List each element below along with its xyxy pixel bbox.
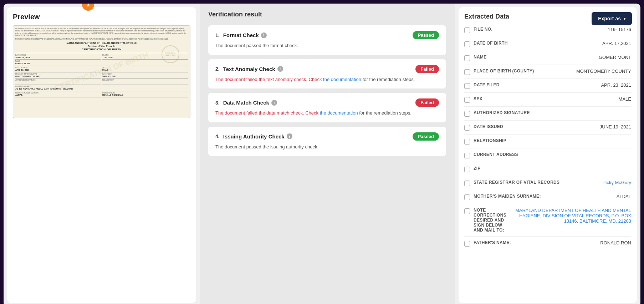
doc-dept: MARYLAND DEPARTMENT OF HEALTH AND MENTAL… [15, 42, 188, 45]
table-row: RELATIONSHIP [464, 135, 631, 148]
table-row: SEX MALE [464, 93, 631, 107]
check-badge-1: Passed [413, 31, 439, 39]
row-label-12: MOTHER'S MAIDEN SURNAME: [474, 194, 574, 199]
row-value-14: RONALD RON [578, 240, 631, 245]
doc-field-dob: DATE OF BIRTH APR. 17, 2021 [15, 67, 101, 72]
check-number-4: 4. [215, 133, 220, 139]
check-label-1: Format Check [223, 32, 259, 38]
doc-field-authsig: AUTHORIZED SIGNATURE [15, 79, 101, 85]
row-checkbox-7[interactable] [464, 125, 470, 131]
row-checkbox-10[interactable] [464, 167, 470, 172]
preview-title: Preview [13, 13, 190, 21]
row-label-4: DATE FILED [474, 82, 574, 87]
info-icon-4[interactable]: i [287, 133, 292, 139]
table-row: PLACE OF BIRTH (COUNTY) MONTGOMERY COUNT… [464, 65, 631, 79]
table-row: DATE OF BIRTH APR. 17,2021 [464, 37, 631, 51]
row-value-4: APR. 23, 2021 [578, 82, 631, 88]
check-header-1: 1. Format Check i Passed [215, 31, 439, 39]
check-desc-1: The document passed the format check. [215, 42, 439, 49]
row-label-11: STATE REGISTRAR OF VITAL RECORDS [474, 180, 574, 185]
doc-content: DEAR PARENT: CONGRATULATIONS ON THE BIRT… [13, 26, 190, 118]
check-item-3: 3. Data Match Check i Failed The documen… [208, 93, 446, 122]
row-checkbox-1[interactable] [464, 41, 470, 47]
row-checkbox-12[interactable] [464, 194, 470, 200]
row-checkbox-11[interactable] [464, 181, 470, 186]
doc-div: Division of Vital Records [15, 45, 188, 48]
row-value-3: MONTGOMERY COUNTY [576, 69, 631, 74]
info-icon-2[interactable]: i [277, 66, 283, 72]
extracted-rows-container: FILE NO. 119- 15176 DATE OF BIRTH APR. 1… [464, 23, 631, 250]
export-label: Export as [598, 16, 621, 21]
check-number-1: 1. [215, 32, 220, 38]
row-checkbox-13[interactable] [464, 208, 470, 214]
verification-panel: Verification result 1. Format Check i Pa… [200, 4, 455, 304]
doc-row-7: MOTHER'S MAIDEN SURNAME ALDAL FATHER'S N… [15, 92, 188, 98]
doc-val-mothers: ALDAL [15, 94, 101, 97]
check-number-2: 2. [215, 66, 220, 72]
chevron-down-icon: ▾ [624, 17, 625, 21]
row-label-9: CURRENT ADDRESS [474, 152, 574, 157]
row-label-3: PLACE OF BIRTH (COUNTY) [474, 69, 573, 74]
table-row: FATHER'S NAME: RONALD RON [464, 237, 631, 250]
row-checkbox-9[interactable] [464, 153, 470, 158]
row-value-11: Picky McGury [578, 180, 631, 185]
check-badge-4: Passed [413, 132, 439, 141]
row-label-2: NAME [474, 55, 574, 60]
extracted-panel: Export as ▾ Extracted Data FILE NO. 119-… [459, 7, 637, 303]
check-label-4: Issuing Authority Check [223, 133, 285, 140]
row-label-5: SEX [474, 96, 574, 101]
doc-field-dateissued: DATE ISSUED JUNE 19, 2021 [15, 54, 101, 60]
doc-row-3: DATE OF BIRTH APR. 17, 2021 SEX MALE [15, 67, 188, 72]
doc-field-datefiled: DATE FILED APR. 23, 2021 [102, 73, 188, 79]
row-checkbox-2[interactable] [464, 55, 470, 61]
doc-row-6: CURRENT ADDRESS JO 120 ANN APPLE KNOLL G… [15, 86, 188, 91]
row-label-7: DATE ISSUED [474, 124, 574, 129]
check-desc-3: The document failed the data match check… [215, 110, 439, 117]
check-item-4: 4. Issuing Authority Check i Passed The … [208, 127, 446, 156]
row-checkbox-14[interactable] [464, 241, 470, 247]
doc-field-fathers: FATHER'S NAME RONALD RON NALD [102, 92, 188, 98]
check-item-1: 1. Format Check i Passed The document pa… [208, 25, 446, 55]
doc-val-relationship [102, 81, 188, 84]
document-image: DEAR PARENT: CONGRATULATIONS ON THE BIRT… [13, 25, 190, 118]
doc-field-pob: PLACE OF BIRTH (COUNTY) MONTGOMERY COUNT… [15, 73, 101, 79]
doc-val-dateissued: JUNE 19, 2021 [15, 56, 101, 59]
row-checkbox-3[interactable] [464, 69, 470, 75]
verification-title: Verification result [208, 11, 446, 18]
info-icon-1[interactable]: i [261, 32, 267, 38]
table-row: ZIP [464, 162, 631, 176]
table-row: NAME GOMER MONT [464, 51, 631, 65]
check-badge-3: Failed [415, 98, 439, 107]
doc-val-sex: MALE [102, 69, 188, 72]
doc-seal: STATE SEAL MARYLAND [162, 45, 179, 63]
check-header-3: 3. Data Match Check i Failed [215, 98, 439, 107]
row-checkbox-8[interactable] [464, 139, 470, 145]
table-row: DATE ISSUED JUNE 19, 2021 [464, 121, 631, 135]
check-title-2: 2. Text Anomaly Check i [215, 66, 283, 72]
row-checkbox-6[interactable] [464, 111, 470, 117]
row-checkbox-0[interactable] [464, 27, 470, 33]
table-row: STATE REGISTRAR OF VITAL RECORDS Picky M… [464, 176, 631, 190]
doc-val-name: GOMER MCNT [15, 62, 188, 65]
doc-row-4: PLACE OF BIRTH (COUNTY) MONTGOMERY COUNT… [15, 73, 188, 79]
check-label-2: Text Anomaly Check [223, 66, 275, 72]
check-title-4: 4. Issuing Authority Check i [215, 133, 292, 140]
table-row: MOTHER'S MAIDEN SURNAME: ALDAL [464, 190, 631, 204]
row-checkbox-5[interactable] [464, 97, 470, 103]
doc-field-address: CURRENT ADDRESS JO 120 ANN APPLE KNOLL G… [15, 86, 188, 91]
row-checkbox-4[interactable] [464, 83, 470, 89]
row-value-13: MARYLAND DEPARTMENT OF HEALTH AND MENTAL… [510, 208, 631, 224]
row-label-0: FILE NO. [474, 27, 574, 32]
check-label-3: Data Match Check [223, 100, 269, 106]
check-header-2: 2. Text Anomaly Check i Failed [215, 65, 439, 73]
row-label-1: DATE OF BIRTH [474, 41, 574, 46]
doc-row-2: NAME GOMER MCNT [15, 60, 188, 66]
info-icon-3[interactable]: i [271, 100, 277, 106]
check-header-4: 4. Issuing Authority Check i Passed [215, 132, 439, 141]
doc-field-mothers: MOTHER'S MAIDEN SURNAME ALDAL [15, 92, 101, 98]
checks-container: 1. Format Check i Passed The document pa… [208, 25, 446, 156]
table-row: DATE FILED APR. 23, 2021 [464, 79, 631, 93]
row-value-5: MALE [578, 96, 631, 102]
export-button[interactable]: Export as ▾ [592, 12, 632, 25]
doc-top-text: DEAR PARENT: CONGRATULATIONS ON THE BIRT… [15, 28, 188, 37]
